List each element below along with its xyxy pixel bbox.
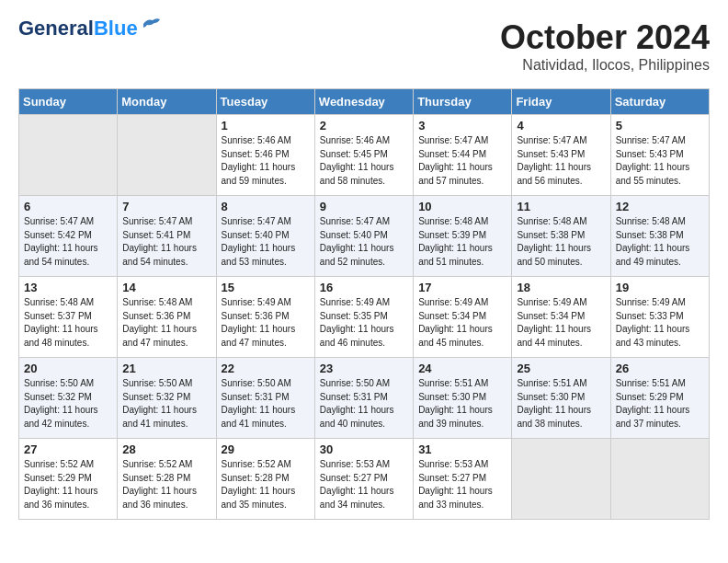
day-number: 11 [517,200,605,213]
day-number: 6 [24,200,112,213]
calendar-cell: 3Sunrise: 5:47 AM Sunset: 5:44 PM Daylig… [414,115,512,196]
calendar-cell: 26Sunrise: 5:51 AM Sunset: 5:29 PM Dayli… [610,358,709,439]
day-info: Sunrise: 5:49 AM Sunset: 5:33 PM Dayligh… [616,296,704,350]
weekday-header-row: SundayMondayTuesdayWednesdayThursdayFrid… [19,89,710,115]
day-info: Sunrise: 5:48 AM Sunset: 5:38 PM Dayligh… [616,215,704,269]
day-info: Sunrise: 5:49 AM Sunset: 5:35 PM Dayligh… [320,296,408,350]
day-number: 5 [616,119,704,132]
day-info: Sunrise: 5:50 AM Sunset: 5:31 PM Dayligh… [320,377,408,431]
day-number: 24 [418,362,506,375]
day-info: Sunrise: 5:48 AM Sunset: 5:39 PM Dayligh… [418,215,506,269]
day-number: 21 [122,362,210,375]
day-number: 8 [222,200,310,213]
weekday-header-thursday: Thursday [414,89,512,115]
day-number: 16 [320,281,408,294]
day-number: 28 [122,442,210,456]
calendar-cell: 16Sunrise: 5:49 AM Sunset: 5:35 PM Dayli… [314,277,413,358]
calendar-cell: 2Sunrise: 5:46 AM Sunset: 5:45 PM Daylig… [314,115,413,196]
day-info: Sunrise: 5:48 AM Sunset: 5:38 PM Dayligh… [517,215,605,269]
logo-text: GeneralBlue [18,18,138,39]
day-info: Sunrise: 5:46 AM Sunset: 5:46 PM Dayligh… [222,134,310,188]
day-number: 23 [320,362,408,375]
calendar-cell: 31Sunrise: 5:53 AM Sunset: 5:27 PM Dayli… [414,439,512,520]
page-header: GeneralBlue October 2024 Natividad, Iloc… [18,18,710,74]
calendar-week-row: 6Sunrise: 5:47 AM Sunset: 5:42 PM Daylig… [19,196,710,277]
calendar-cell: 7Sunrise: 5:47 AM Sunset: 5:41 PM Daylig… [118,196,216,277]
day-info: Sunrise: 5:51 AM Sunset: 5:29 PM Dayligh… [616,377,704,431]
calendar-week-row: 1Sunrise: 5:46 AM Sunset: 5:46 PM Daylig… [19,115,710,196]
calendar-cell: 28Sunrise: 5:52 AM Sunset: 5:28 PM Dayli… [118,439,216,520]
weekday-header-sunday: Sunday [19,89,118,115]
day-number: 27 [24,442,112,456]
calendar-cell: 15Sunrise: 5:49 AM Sunset: 5:36 PM Dayli… [216,277,314,358]
day-info: Sunrise: 5:47 AM Sunset: 5:40 PM Dayligh… [222,215,310,269]
weekday-header-friday: Friday [512,89,610,115]
calendar-cell [19,115,118,196]
calendar-cell: 6Sunrise: 5:47 AM Sunset: 5:42 PM Daylig… [19,196,118,277]
calendar-table: SundayMondayTuesdayWednesdayThursdayFrid… [18,88,710,520]
calendar-week-row: 20Sunrise: 5:50 AM Sunset: 5:32 PM Dayli… [19,358,710,439]
calendar-cell: 5Sunrise: 5:47 AM Sunset: 5:43 PM Daylig… [610,115,709,196]
day-number: 25 [517,362,605,375]
day-info: Sunrise: 5:47 AM Sunset: 5:43 PM Dayligh… [616,134,704,188]
day-info: Sunrise: 5:50 AM Sunset: 5:31 PM Dayligh… [222,377,310,431]
day-info: Sunrise: 5:49 AM Sunset: 5:36 PM Dayligh… [222,296,310,350]
day-number: 7 [122,200,210,213]
calendar-cell: 17Sunrise: 5:49 AM Sunset: 5:34 PM Dayli… [414,277,512,358]
day-number: 12 [616,200,704,213]
calendar-cell: 24Sunrise: 5:51 AM Sunset: 5:30 PM Dayli… [414,358,512,439]
calendar-cell: 30Sunrise: 5:53 AM Sunset: 5:27 PM Dayli… [314,439,413,520]
day-info: Sunrise: 5:53 AM Sunset: 5:27 PM Dayligh… [320,458,408,511]
calendar-cell [512,439,610,520]
day-number: 30 [320,442,408,456]
day-info: Sunrise: 5:51 AM Sunset: 5:30 PM Dayligh… [517,377,605,431]
calendar-cell [610,439,709,520]
day-info: Sunrise: 5:47 AM Sunset: 5:41 PM Dayligh… [122,215,210,269]
calendar-cell: 19Sunrise: 5:49 AM Sunset: 5:33 PM Dayli… [610,277,709,358]
calendar-cell: 20Sunrise: 5:50 AM Sunset: 5:32 PM Dayli… [19,358,118,439]
day-info: Sunrise: 5:50 AM Sunset: 5:32 PM Dayligh… [122,377,210,431]
day-number: 26 [616,362,704,375]
day-number: 13 [24,281,112,294]
title-block: October 2024 Natividad, Ilocos, Philippi… [500,18,710,74]
day-info: Sunrise: 5:48 AM Sunset: 5:37 PM Dayligh… [24,296,112,350]
calendar-cell: 29Sunrise: 5:52 AM Sunset: 5:28 PM Dayli… [216,439,314,520]
weekday-header-saturday: Saturday [610,89,709,115]
calendar-week-row: 13Sunrise: 5:48 AM Sunset: 5:37 PM Dayli… [19,277,710,358]
calendar-cell: 27Sunrise: 5:52 AM Sunset: 5:29 PM Dayli… [19,439,118,520]
day-number: 29 [222,442,310,456]
day-number: 20 [24,362,112,375]
day-info: Sunrise: 5:47 AM Sunset: 5:43 PM Dayligh… [517,134,605,188]
calendar-cell: 22Sunrise: 5:50 AM Sunset: 5:31 PM Dayli… [216,358,314,439]
calendar-cell: 13Sunrise: 5:48 AM Sunset: 5:37 PM Dayli… [19,277,118,358]
weekday-header-tuesday: Tuesday [216,89,314,115]
logo-bird-icon [142,17,162,31]
day-number: 2 [320,119,408,132]
day-number: 4 [517,119,605,132]
calendar-cell: 23Sunrise: 5:50 AM Sunset: 5:31 PM Dayli… [314,358,413,439]
day-number: 1 [222,119,310,132]
day-info: Sunrise: 5:49 AM Sunset: 5:34 PM Dayligh… [418,296,506,350]
day-number: 19 [616,281,704,294]
day-info: Sunrise: 5:50 AM Sunset: 5:32 PM Dayligh… [24,377,112,431]
calendar-cell: 12Sunrise: 5:48 AM Sunset: 5:38 PM Dayli… [610,196,709,277]
month-year: October 2024 [500,18,710,57]
calendar-week-row: 27Sunrise: 5:52 AM Sunset: 5:29 PM Dayli… [19,439,710,520]
day-info: Sunrise: 5:47 AM Sunset: 5:42 PM Dayligh… [24,215,112,269]
day-info: Sunrise: 5:51 AM Sunset: 5:30 PM Dayligh… [418,377,506,431]
day-number: 14 [122,281,210,294]
day-number: 18 [517,281,605,294]
calendar-cell: 1Sunrise: 5:46 AM Sunset: 5:46 PM Daylig… [216,115,314,196]
calendar-cell: 10Sunrise: 5:48 AM Sunset: 5:39 PM Dayli… [414,196,512,277]
day-number: 22 [222,362,310,375]
calendar-cell: 25Sunrise: 5:51 AM Sunset: 5:30 PM Dayli… [512,358,610,439]
day-info: Sunrise: 5:52 AM Sunset: 5:28 PM Dayligh… [222,458,310,511]
calendar-cell [118,115,216,196]
weekday-header-monday: Monday [118,89,216,115]
day-number: 9 [320,200,408,213]
calendar-cell: 8Sunrise: 5:47 AM Sunset: 5:40 PM Daylig… [216,196,314,277]
day-info: Sunrise: 5:47 AM Sunset: 5:40 PM Dayligh… [320,215,408,269]
calendar-cell: 21Sunrise: 5:50 AM Sunset: 5:32 PM Dayli… [118,358,216,439]
day-info: Sunrise: 5:52 AM Sunset: 5:28 PM Dayligh… [122,458,210,511]
calendar-cell: 18Sunrise: 5:49 AM Sunset: 5:34 PM Dayli… [512,277,610,358]
